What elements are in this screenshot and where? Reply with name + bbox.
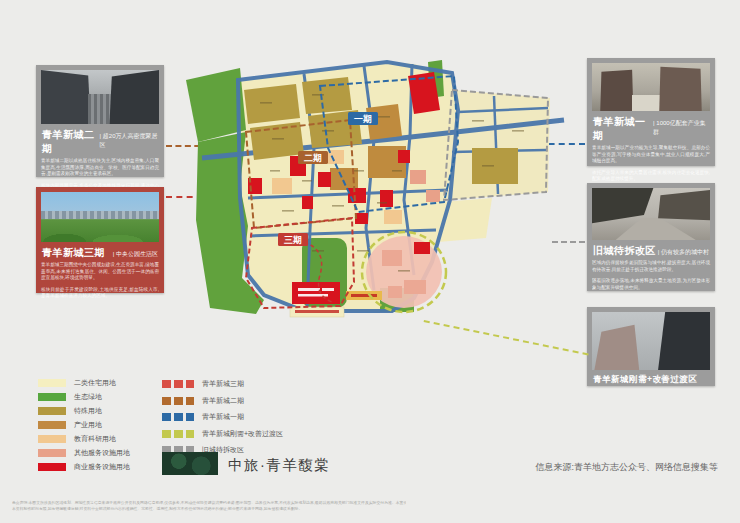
phase2-photo: [41, 70, 159, 124]
card-phase2: 青羊新城二期 | 超20万人高密度聚居区 青羊新城二期以成熟居住板块为主,区域内…: [36, 65, 164, 177]
transition-photo: [592, 312, 710, 370]
phase3-paragraph: 板块目前处于开发建设阶段,土地供应充足,新盘陆续入市,是青羊新城价值潜力较大的区…: [41, 286, 159, 299]
map-label-phase1: 一期: [354, 114, 372, 124]
card-phase1: 青羊新城一期 | 1000亿配套产业集群 青羊新城一期以产业功能为主导,聚集航空…: [587, 58, 715, 166]
legend-label: 产业用地: [74, 420, 102, 430]
legend-dash-swatch: [162, 430, 194, 438]
legend-label: 教育科研用地: [74, 434, 116, 444]
card-transition: 青羊新城刚需+改善过渡区: [587, 307, 715, 386]
phase1-paragraph: 青羊新城一期以产业功能为主导,聚集航空科技、总部办公等产业资源,写字楼与商业体量…: [592, 145, 710, 164]
legend-label: 特殊用地: [74, 406, 102, 416]
oldtown-paragraph: 随着旧改逐步落地,未来将释放大量土地资源,为片区整体形象与配套升级提供空间。: [592, 278, 710, 291]
map-label-phase3: 三期: [284, 235, 302, 245]
legend-label: 青羊新城刚需+改善过渡区: [202, 429, 283, 439]
oldtown-title: 旧城待拆改区: [593, 244, 656, 258]
legend-label: 青羊新城一期: [202, 412, 244, 422]
legend-label: 青羊新城三期: [202, 379, 244, 389]
legend-label: 二类住宅用地: [74, 378, 116, 388]
legend-dash-swatch: [162, 397, 194, 405]
legend-item: 青羊新城二期: [162, 393, 283, 410]
legend-label: 其他服务设施用地: [74, 448, 130, 458]
legend-item: 青羊新城三期: [162, 376, 283, 393]
phase2-paragraph: 青羊新城二期以成熟居住板块为主,区域内楼盘密集,人口聚集度高,生活氛围浓厚,周边…: [41, 158, 159, 177]
disclaimer: 免责声明:本图文所涉及的区域规划、用地性质等信息来源于政府公开资料及网络信息整理…: [12, 500, 406, 512]
legend-label: 生态绿地: [74, 392, 102, 402]
legend-landuse: 二类住宅用地生态绿地特殊用地产业用地教育科研用地其他服务设施用地商业服务设施用地: [38, 376, 130, 474]
legend-item: 特殊用地: [38, 404, 130, 418]
landuse-map-svg: 一期 二期 三期: [152, 50, 567, 328]
phase1-paragraph: 依托产业导入带来的大量居住需求,板块内住宅去化速度快,配套成熟度持续提升。: [592, 169, 710, 182]
phase2-subtitle: | 超20万人高密度聚居区: [100, 132, 158, 150]
source-note: 信息来源:青羊地方志公众号、网络信息搜集等: [535, 461, 718, 474]
legend-color-swatch: [38, 407, 66, 415]
phase3-title: 青羊新城三期: [42, 246, 105, 260]
legend-color-swatch: [38, 393, 66, 401]
transition-title: 青羊新城刚需+改善过渡区: [593, 374, 697, 386]
legend-item: 青羊新城刚需+改善过渡区: [162, 426, 283, 443]
brand-name: 中旅·青羊馥棠: [228, 456, 330, 475]
legend-item: 产业用地: [38, 418, 130, 432]
legend-item: 教育科研用地: [38, 432, 130, 446]
card-oldtown: 旧城待拆改区 | 仍有较多的城中村 区域内仍保留较多老旧院落与城中村,建筑密度大…: [587, 183, 715, 291]
card-phase3: 青羊新城三期 | 中央公园生活区 青羊新城三期围绕中央公园规划建设,生态资源丰富…: [36, 187, 164, 293]
legend-dash-swatch: [162, 413, 194, 421]
legend-color-swatch: [38, 435, 66, 443]
legend-color-swatch: [38, 449, 66, 457]
brand-logo: [162, 452, 218, 475]
legend-label: 青羊新城二期: [202, 396, 244, 406]
phase1-subtitle: | 1000亿配套产业集群: [653, 119, 709, 137]
legend-label: 商业服务设施用地: [74, 462, 130, 472]
disclaimer-line: 本资料制作时间有限,如有错漏敬请谅解;对资料中全部或部分内容的准确性、完整性、适…: [12, 506, 406, 512]
oldtown-photo: [592, 188, 710, 240]
map-label-phase2: 二期: [304, 153, 322, 163]
oldtown-paragraph: 区域内仍保留较多老旧院落与城中村,建筑密度大,居住环境有待改善,目前正处于拆迁改…: [592, 260, 710, 273]
legend-item: 二类住宅用地: [38, 376, 130, 390]
oldtown-description: 区域内仍保留较多老旧院落与城中村,建筑密度大,居住环境有待改善,目前正处于拆迁改…: [592, 260, 710, 291]
legend-dash-swatch: [162, 380, 194, 388]
legend-color-swatch: [38, 463, 66, 471]
landuse-map: 一期 二期 三期: [152, 50, 567, 328]
legend-color-swatch: [38, 379, 66, 387]
qingyang-newtown-map-poster: 青羊新城二期 | 超20万人高密度聚居区 青羊新城二期以成熟居住板块为主,区域内…: [0, 0, 740, 523]
oldtown-subtitle: | 仍有较多的城中村: [658, 248, 709, 257]
legend-color-swatch: [38, 421, 66, 429]
legend-item: 青羊新城一期: [162, 409, 283, 426]
phase1-description: 青羊新城一期以产业功能为主导,聚集航空科技、总部办公等产业资源,写字楼与商业体量…: [592, 145, 710, 182]
legend-item: 生态绿地: [38, 390, 130, 404]
phase1-photo: [592, 63, 710, 111]
phase1-title: 青羊新城一期: [593, 115, 653, 143]
legend-item: 商业服务设施用地: [38, 460, 130, 474]
phase3-paragraph: 青羊新城三期围绕中央公园规划建设,生态资源丰富,绿地覆盖率高,未来将打造集居住、…: [41, 262, 159, 281]
phase3-description: 青羊新城三期围绕中央公园规划建设,生态资源丰富,绿地覆盖率高,未来将打造集居住、…: [41, 262, 159, 299]
phase2-title: 青羊新城二期: [42, 128, 100, 156]
disclaimer-line: 免责声明:本图文所涉及的区域规划、用地性质等信息来源于政府公开资料及网络信息整理…: [12, 500, 406, 506]
legend-item: 其他服务设施用地: [38, 446, 130, 460]
legend-boundaries: 青羊新城三期青羊新城二期青羊新城一期青羊新城刚需+改善过渡区旧城待拆改区: [162, 376, 283, 459]
phase3-photo: [41, 192, 159, 242]
